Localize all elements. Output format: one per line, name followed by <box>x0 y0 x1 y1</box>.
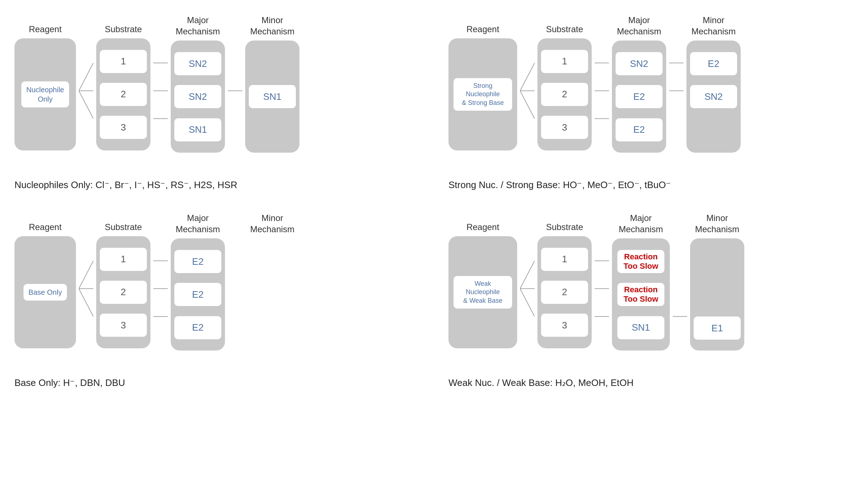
svg-line-7 <box>520 63 535 91</box>
minor-panel-4: E1 <box>690 238 744 351</box>
connector-r-s-3 <box>79 233 93 370</box>
diagram-area-2: Reagent Strong Nucleophile& Strong Base … <box>448 14 854 172</box>
substrate-3-3: 3 <box>100 314 147 337</box>
substrate-2-3: 3 <box>541 116 588 139</box>
diagram-weak-nuc: Reagent Weak Nucleophile& Weak Base Subs… <box>448 212 854 388</box>
minor-4-3: E1 <box>694 317 741 340</box>
header-reagent-3: Reagent <box>29 212 62 233</box>
minor-panel-3 <box>245 238 299 351</box>
header-major-3: MajorMechanism <box>176 212 220 235</box>
reagent-label-3: Base Only <box>24 284 67 301</box>
major-2-1: SN2 <box>616 52 663 75</box>
substrate-4-1: 1 <box>541 248 588 271</box>
major-4-2: ReactionToo Slow <box>617 283 664 306</box>
major-panel-3: E2 E2 E2 <box>171 238 225 351</box>
header-reagent-1: Reagent <box>29 14 62 35</box>
substrate-4-2: 2 <box>541 281 588 304</box>
reagent-panel-3: Base Only <box>14 236 76 348</box>
substrate-panel-2: 1 2 3 <box>537 38 592 150</box>
major-2-3: E2 <box>616 118 663 141</box>
major-4-1: ReactionToo Slow <box>617 250 664 273</box>
substrate-panel-3: 1 2 3 <box>96 236 150 348</box>
connector-r-s-4 <box>520 233 535 370</box>
page-container: Reagent NucleophileOnly Substrate <box>14 14 854 388</box>
connector-r-s-1 <box>79 35 93 172</box>
minor-panel-2: E2 SN2 <box>686 41 741 153</box>
svg-line-21 <box>520 261 535 289</box>
svg-line-2 <box>79 91 93 119</box>
connector-s-m-3 <box>153 233 168 370</box>
connector-m-min-4 <box>673 233 687 370</box>
caption-1: Nucleophiles Only: Cl⁻, Br⁻, I⁻, HS⁻, RS… <box>14 178 420 191</box>
substrate-3-2: 2 <box>100 281 147 304</box>
reagent-label-1: NucleophileOnly <box>21 81 69 107</box>
connector-s-m-4 <box>595 233 609 370</box>
major-4-3: SN1 <box>617 316 664 339</box>
major-3-3: E2 <box>174 316 221 339</box>
connector-s-m-1 <box>153 35 168 172</box>
header-major-1: MajorMechanism <box>176 14 220 37</box>
diagram-area-4: Reagent Weak Nucleophile& Weak Base Subs… <box>448 212 854 370</box>
minor-1-1: SN1 <box>249 85 296 108</box>
header-minor-3: MinorMechanism <box>250 212 295 235</box>
diagram-area-3: Reagent Base Only Substrate 1 2 <box>14 212 420 370</box>
diagram-base-only: Reagent Base Only Substrate 1 2 <box>14 212 420 388</box>
reagent-label-2: Strong Nucleophile& Strong Base <box>454 78 512 111</box>
header-substrate-4: Substrate <box>546 212 583 233</box>
svg-line-17 <box>79 289 93 317</box>
caption-4: Weak Nuc. / Weak Base: H₂O, MeOH, EtOH <box>448 376 854 388</box>
substrate-1-2: 2 <box>100 83 147 106</box>
minor-2-1: E2 <box>690 52 737 75</box>
reagent-panel-1: NucleophileOnly <box>14 38 76 150</box>
substrate-1-3: 3 <box>100 116 147 139</box>
header-substrate-1: Substrate <box>105 14 142 35</box>
diagram-nucleophile-only: Reagent NucleophileOnly Substrate <box>14 14 420 191</box>
substrate-2-1: 1 <box>541 50 588 73</box>
substrate-2-2: 2 <box>541 83 588 106</box>
header-minor-4: MinorMechanism <box>695 212 740 235</box>
reagent-panel-4: Weak Nucleophile& Weak Base <box>448 236 517 348</box>
svg-line-23 <box>520 289 535 317</box>
header-substrate-3: Substrate <box>105 212 142 233</box>
major-panel-1: SN2 SN2 SN1 <box>171 41 225 153</box>
header-substrate-2: Substrate <box>546 14 583 35</box>
major-panel-4: ReactionToo Slow ReactionToo Slow SN1 <box>612 238 670 351</box>
header-minor-2: MinorMechanism <box>692 14 736 37</box>
diagram-strong-nuc: Reagent Strong Nucleophile& Strong Base … <box>448 14 854 191</box>
substrate-3-1: 1 <box>100 248 147 271</box>
header-minor-1: MinorMechanism <box>250 14 295 37</box>
major-3-2: E2 <box>174 283 221 306</box>
svg-line-9 <box>520 91 535 119</box>
connector-m-min-1 <box>228 35 242 172</box>
reagent-panel-2: Strong Nucleophile& Strong Base <box>448 38 517 150</box>
caption-2: Strong Nuc. / Strong Base: HO⁻, MeO⁻, Et… <box>448 178 854 191</box>
svg-line-0 <box>79 63 93 91</box>
connector-m-min-2 <box>669 35 684 172</box>
reagent-label-4: Weak Nucleophile& Weak Base <box>454 276 512 309</box>
connector-r-s-2 <box>520 35 535 172</box>
substrate-4-3: 3 <box>541 314 588 337</box>
major-panel-2: SN2 E2 E2 <box>612 41 666 153</box>
major-1-2: SN2 <box>174 85 221 108</box>
major-1-1: SN2 <box>174 52 221 75</box>
header-reagent-4: Reagent <box>467 212 499 233</box>
caption-3: Base Only: H⁻, DBN, DBU <box>14 376 420 388</box>
major-2-2: E2 <box>616 85 663 108</box>
substrate-panel-1: 1 2 3 <box>96 38 150 150</box>
substrate-1-1: 1 <box>100 50 147 73</box>
svg-line-15 <box>79 261 93 289</box>
major-1-3: SN1 <box>174 118 221 141</box>
diagram-area-1: Reagent NucleophileOnly Substrate <box>14 14 420 172</box>
header-major-4: MajorMechanism <box>619 212 663 235</box>
substrate-panel-4: 1 2 3 <box>537 236 592 348</box>
minor-panel-1: SN1 <box>245 41 299 153</box>
major-3-1: E2 <box>174 250 221 273</box>
header-major-2: MajorMechanism <box>617 14 661 37</box>
minor-2-2: SN2 <box>690 85 737 108</box>
header-reagent-2: Reagent <box>467 14 499 35</box>
connector-s-m-2 <box>595 35 609 172</box>
